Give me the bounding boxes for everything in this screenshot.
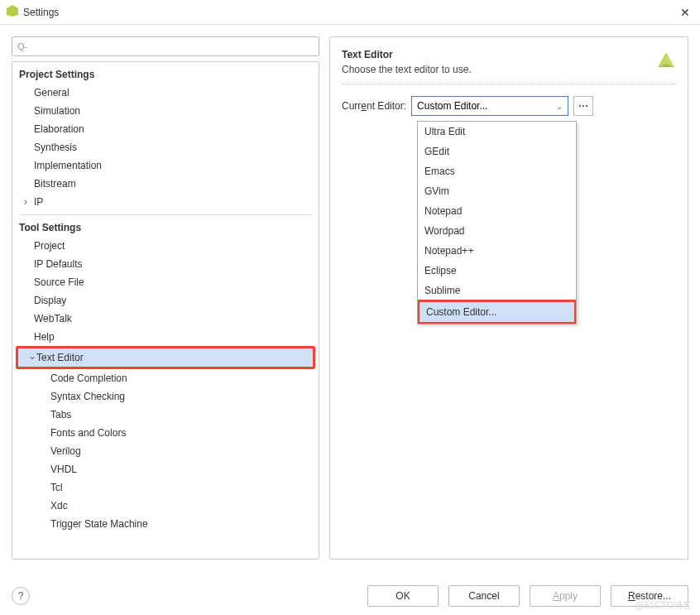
highlight-custom-editor: Custom Editor... <box>418 300 576 324</box>
section-header-project: Project Settings <box>12 65 319 84</box>
cancel-button[interactable]: Cancel <box>448 585 520 607</box>
tree-item-ip[interactable]: IP <box>12 193 319 211</box>
tree-item-webtalk[interactable]: WebTalk <box>12 310 319 328</box>
highlight-text-editor: Text Editor <box>16 346 315 369</box>
dropdown-item-sublime[interactable]: Sublime <box>418 281 576 300</box>
editor-dropdown: Ultra Edit GEdit Emacs GVim Notepad Word… <box>417 121 577 324</box>
dropdown-list[interactable]: Ultra Edit GEdit Emacs GVim Notepad Word… <box>418 122 576 324</box>
ok-button[interactable]: OK <box>367 585 439 607</box>
settings-window: Settings ✕ Q- Project Settings General S… <box>0 0 700 615</box>
tree-item-syntax-checking[interactable]: Syntax Checking <box>12 387 319 406</box>
tree-item-display[interactable]: Display <box>12 291 319 310</box>
tree-item-verilog[interactable]: Verilog <box>12 442 319 460</box>
tree-item-tabs[interactable]: Tabs <box>12 406 319 424</box>
tree-item-tcl[interactable]: Tcl <box>12 478 319 497</box>
titlebar: Settings ✕ <box>0 0 700 25</box>
dropdown-item-custom-editor[interactable]: Custom Editor... <box>420 302 574 322</box>
dropdown-item-emacs[interactable]: Emacs <box>418 161 576 181</box>
settings-tree[interactable]: Project Settings General Simulation Elab… <box>12 61 319 560</box>
dropdown-item-ultra-edit[interactable]: Ultra Edit <box>418 122 576 142</box>
vivado-logo-icon <box>653 49 676 74</box>
dropdown-item-wordpad[interactable]: Wordpad <box>418 221 576 241</box>
panel-description: Choose the text editor to use. <box>342 64 676 75</box>
tree-item-bitstream[interactable]: Bitstream <box>12 175 319 193</box>
tree-item-elaboration[interactable]: Elaboration <box>12 120 319 138</box>
combo-value: Custom Editor... <box>417 100 487 112</box>
tree-item-project[interactable]: Project <box>12 237 319 255</box>
close-icon[interactable]: ✕ <box>677 4 693 21</box>
dropdown-item-notepad[interactable]: Notepad <box>418 201 576 221</box>
current-editor-combo[interactable]: Custom Editor... ⌄ <box>411 96 568 116</box>
search-input[interactable] <box>27 41 314 52</box>
current-editor-row: Current Editor: Custom Editor... ⌄ ⋯ <box>342 96 676 116</box>
dropdown-item-eclipse[interactable]: Eclipse <box>418 261 576 281</box>
help-button[interactable]: ? <box>12 587 30 605</box>
chevron-down-icon: ⌄ <box>556 102 563 111</box>
search-icon: Q- <box>17 41 27 51</box>
tree-item-vhdl[interactable]: VHDL <box>12 460 319 478</box>
tree-item-code-completion[interactable]: Code Completion <box>12 369 319 387</box>
dialog-footer: ? OK Cancel Apply Restore... <box>0 585 700 607</box>
tree-item-help[interactable]: Help <box>12 328 319 346</box>
divider <box>19 214 312 215</box>
tree-item-simulation[interactable]: Simulation <box>12 102 319 120</box>
tree-item-source-file[interactable]: Source File <box>12 273 319 291</box>
dotted-divider <box>342 84 676 84</box>
panel-heading: Text Editor <box>342 49 676 60</box>
watermark: @51CTO博客 <box>635 599 692 612</box>
tree-item-text-editor[interactable]: Text Editor <box>18 348 313 367</box>
question-icon: ? <box>18 590 24 602</box>
section-header-tool: Tool Settings <box>12 219 319 237</box>
current-editor-label: Current Editor: <box>342 100 406 112</box>
tree-item-trigger-state[interactable]: Trigger State Machine <box>12 515 319 533</box>
tree-item-synthesis[interactable]: Synthesis <box>12 138 319 156</box>
apply-button[interactable]: Apply <box>530 585 601 607</box>
dropdown-item-gvim[interactable]: GVim <box>418 181 576 201</box>
dropdown-item-notepadpp[interactable]: Notepad++ <box>418 241 576 261</box>
tree-item-xdc[interactable]: Xdc <box>12 497 319 515</box>
ellipsis-icon: ⋯ <box>578 100 588 112</box>
left-panel: Q- Project Settings General Simulation E… <box>12 36 319 560</box>
window-title: Settings <box>23 7 59 18</box>
search-box[interactable]: Q- <box>12 36 319 56</box>
svg-marker-0 <box>7 5 18 17</box>
tree-item-general[interactable]: General <box>12 84 319 102</box>
content-area: Q- Project Settings General Simulation E… <box>0 25 700 571</box>
dropdown-item-gedit[interactable]: GEdit <box>418 142 576 161</box>
app-icon <box>7 5 18 19</box>
tree-item-fonts-colors[interactable]: Fonts and Colors <box>12 424 319 442</box>
tree-item-ip-defaults[interactable]: IP Defaults <box>12 255 319 273</box>
more-button[interactable]: ⋯ <box>573 96 593 116</box>
tree-item-implementation[interactable]: Implementation <box>12 156 319 175</box>
